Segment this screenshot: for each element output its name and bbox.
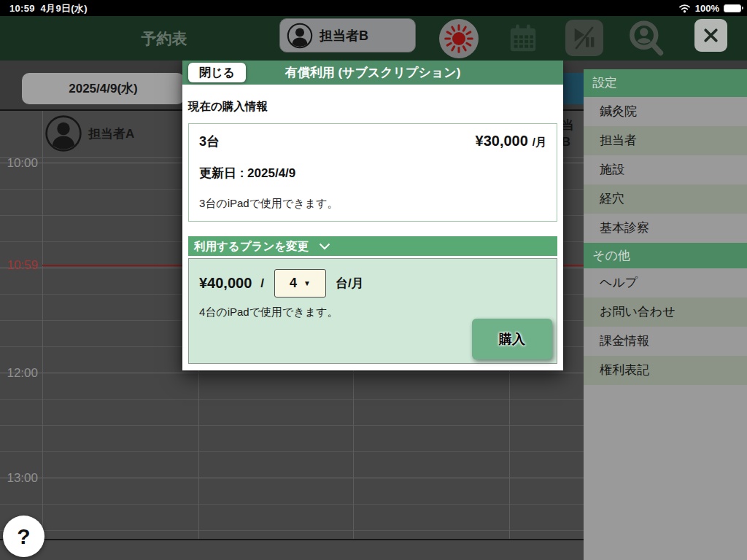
wifi-icon <box>678 4 691 13</box>
current-plan-box: 3台 ¥30,000/月 更新日 : 2025/4/9 3台のiPadで使用でき… <box>188 123 557 222</box>
subscription-modal: 有償利用 (サブスクリプション) 閉じる 現在の購入情報 3台 ¥30,000/… <box>182 61 563 370</box>
sidebar-section-settings: 設定 <box>584 69 747 97</box>
close-icon <box>701 26 721 45</box>
time-label: 13:00 <box>0 471 38 486</box>
page-title: 予約表 <box>113 28 215 49</box>
current-plan-description: 3台のiPadで使用できます。 <box>199 197 546 211</box>
date-label: 2025/4/9(水) <box>69 80 138 97</box>
current-device-count: 3台 <box>199 133 220 150</box>
close-settings-button[interactable] <box>694 19 727 52</box>
caret-down-icon: ▼ <box>303 279 311 287</box>
battery-icon <box>724 4 741 12</box>
change-plan-label: 利用するプランを変更 <box>194 236 309 256</box>
chevron-down-icon <box>319 243 330 250</box>
play-pause-slash-icon <box>570 23 599 52</box>
modal-close-button[interactable]: 閉じる <box>188 63 246 82</box>
device-count-select[interactable]: 4 ▼ <box>274 269 326 298</box>
sun-icon <box>444 24 473 53</box>
time-label: 12:00 <box>0 366 38 381</box>
current-staff-label: 担当者B <box>320 27 368 44</box>
purchase-button[interactable]: 購入 <box>472 319 552 359</box>
settings-sidebar: 設定 鍼灸院 担当者 施設 経穴 基本診察 その他 ヘルプ お問い合わせ 課金情… <box>584 69 747 560</box>
sidebar-item-facility[interactable]: 施設 <box>584 155 747 184</box>
calendar-button[interactable] <box>505 16 541 61</box>
person-search-icon <box>627 20 665 58</box>
staff-column-header-a[interactable]: 担当者A <box>44 114 134 152</box>
help-button[interactable]: ? <box>3 516 44 557</box>
current-purchase-heading: 現在の購入情報 <box>188 99 557 114</box>
sidebar-item-basic-exam[interactable]: 基本診察 <box>584 214 747 243</box>
date-picker-button[interactable]: 2025/4/9(水) <box>22 73 185 104</box>
status-time-date: 10:59 4月9日(水) <box>9 2 88 15</box>
current-time-button[interactable] <box>438 16 479 61</box>
status-bar: 10:59 4月9日(水) 100% <box>0 0 747 16</box>
play-pause-button[interactable] <box>565 20 603 56</box>
renewal-date: 更新日 : 2025/4/9 <box>199 165 546 182</box>
staff-a-avatar-icon <box>44 114 82 152</box>
current-price: ¥30,000 <box>476 133 528 149</box>
sidebar-item-clinic[interactable]: 鍼灸院 <box>584 97 747 126</box>
time-label: 10:00 <box>0 156 38 171</box>
sidebar-item-rights[interactable]: 権利表記 <box>584 356 747 385</box>
current-time-label: 10:59 <box>0 258 38 273</box>
change-plan-toggle[interactable]: 利用するプランを変更 <box>188 236 557 256</box>
calendar-icon <box>506 22 540 55</box>
price-slash: / <box>260 276 264 291</box>
battery-percent: 100% <box>695 3 719 14</box>
help-icon: ? <box>17 524 30 549</box>
staff-a-label: 担当者A <box>88 125 134 142</box>
sidebar-item-billing[interactable]: 課金情報 <box>584 327 747 356</box>
new-plan-description: 4台のiPadで使用できます。 <box>199 306 546 319</box>
sidebar-item-help[interactable]: ヘルプ <box>584 268 747 298</box>
staff-avatar-icon <box>287 23 313 49</box>
sidebar-item-acupoints[interactable]: 経穴 <box>584 184 747 214</box>
sidebar-item-contact[interactable]: お問い合わせ <box>584 298 747 327</box>
app-header: 予約表 担当者B <box>0 16 747 61</box>
current-price-unit: /月 <box>533 136 546 148</box>
modal-header: 有償利用 (サブスクリプション) 閉じる <box>182 61 563 85</box>
new-price: ¥40,000 <box>199 275 252 292</box>
current-staff-button[interactable]: 担当者B <box>279 18 416 52</box>
staff-search-button[interactable] <box>626 16 667 61</box>
time-gutter-divider <box>42 111 43 540</box>
unit-label: 台/月 <box>336 275 364 292</box>
sidebar-section-others: その他 <box>584 243 747 268</box>
status-time: 10:59 <box>9 3 35 14</box>
grid-bottom-line <box>0 539 584 540</box>
new-plan-panel: ¥40,000 / 4 ▼ 台/月 4台のiPadで使用できます。 購入 <box>188 258 557 364</box>
sidebar-item-staff[interactable]: 担当者 <box>584 126 747 155</box>
status-date: 4月9日(水) <box>41 3 88 14</box>
device-count-value: 4 <box>290 276 297 291</box>
